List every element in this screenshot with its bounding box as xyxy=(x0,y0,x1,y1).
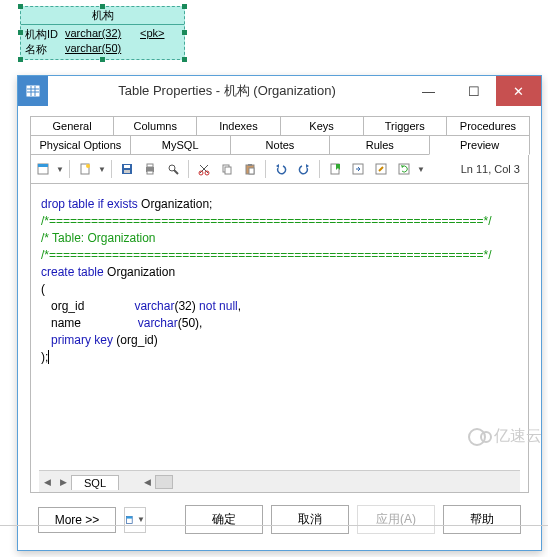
editor-tab-sql[interactable]: SQL xyxy=(71,475,119,490)
new-icon[interactable] xyxy=(75,159,95,179)
svg-rect-11 xyxy=(124,170,130,173)
svg-rect-14 xyxy=(147,171,153,174)
svg-rect-6 xyxy=(38,164,48,167)
tab-triggers[interactable]: Triggers xyxy=(363,116,447,135)
scroll-thumb[interactable] xyxy=(155,475,173,489)
undo-icon[interactable] xyxy=(271,159,291,179)
tab-notes[interactable]: Notes xyxy=(230,135,331,154)
tab-preview[interactable]: Preview xyxy=(429,135,530,155)
resize-handle[interactable] xyxy=(18,57,23,62)
tab-mysql[interactable]: MySQL xyxy=(130,135,231,154)
tab-physical-options[interactable]: Physical Options xyxy=(30,135,131,154)
tab-rules[interactable]: Rules xyxy=(329,135,430,154)
resize-handle[interactable] xyxy=(100,57,105,62)
bookmark-icon[interactable] xyxy=(325,159,345,179)
dropdown-icon[interactable]: ▼ xyxy=(417,165,425,174)
cursor-position: Ln 11, Col 3 xyxy=(461,163,526,175)
table-icon xyxy=(18,76,48,106)
refresh-icon[interactable] xyxy=(394,159,414,179)
maximize-button[interactable]: ☐ xyxy=(451,76,496,106)
tab-columns[interactable]: Columns xyxy=(113,116,197,135)
tab-keys[interactable]: Keys xyxy=(280,116,364,135)
svg-rect-13 xyxy=(147,164,153,167)
tab-scroll-right-icon[interactable]: ▶ xyxy=(55,477,71,487)
dropdown-icon[interactable]: ▼ xyxy=(56,165,64,174)
svg-rect-22 xyxy=(225,167,231,174)
edit-icon[interactable] xyxy=(371,159,391,179)
svg-rect-10 xyxy=(124,165,130,168)
erd-body: 机构ID varchar(32) <pk> 名称 varchar(50) xyxy=(21,25,184,59)
svg-rect-31 xyxy=(126,516,132,518)
copy-icon[interactable] xyxy=(217,159,237,179)
tab-indexes[interactable]: Indexes xyxy=(196,116,280,135)
scroll-left-icon[interactable]: ◀ xyxy=(139,477,155,487)
find-icon[interactable] xyxy=(163,159,183,179)
resize-handle[interactable] xyxy=(182,4,187,9)
canvas-bottom-line xyxy=(0,525,548,549)
svg-rect-0 xyxy=(27,86,39,96)
resize-handle[interactable] xyxy=(182,30,187,35)
minimize-button[interactable]: — xyxy=(406,76,451,106)
sql-editor[interactable]: drop table if exists Organization; /*===… xyxy=(39,196,520,470)
paste-icon[interactable] xyxy=(240,159,260,179)
save-icon[interactable] xyxy=(117,159,137,179)
editor-tabs: ◀ ▶ SQL ◀ xyxy=(39,470,520,492)
close-button[interactable]: ✕ xyxy=(496,76,541,106)
svg-point-8 xyxy=(86,164,90,168)
tab-general[interactable]: General xyxy=(30,116,114,135)
dropdown-icon[interactable]: ▼ xyxy=(98,165,106,174)
erd-table[interactable]: 机构 机构ID varchar(32) <pk> 名称 varchar(50) xyxy=(20,6,185,60)
tab-container: General Columns Indexes Keys Triggers Pr… xyxy=(30,116,529,155)
svg-rect-25 xyxy=(249,168,254,174)
redo-icon[interactable] xyxy=(294,159,314,179)
resize-handle[interactable] xyxy=(18,4,23,9)
toolbar: ▼ ▼ ▼ Ln 11, Col 3 xyxy=(30,155,529,184)
titlebar[interactable]: Table Properties - 机构 (Organization) — ☐… xyxy=(18,76,541,106)
tab-procedures[interactable]: Procedures xyxy=(446,116,530,135)
property-icon[interactable] xyxy=(33,159,53,179)
resize-handle[interactable] xyxy=(18,30,23,35)
editor-wrap: drop table if exists Organization; /*===… xyxy=(30,184,529,493)
horizontal-scrollbar[interactable]: ◀ xyxy=(139,475,520,489)
svg-rect-24 xyxy=(248,164,252,166)
dialog-table-properties: Table Properties - 机构 (Organization) — ☐… xyxy=(17,75,542,551)
svg-line-16 xyxy=(174,170,178,174)
erd-title: 机构 xyxy=(21,7,184,25)
window-title: Table Properties - 机构 (Organization) xyxy=(48,82,406,100)
resize-handle[interactable] xyxy=(100,4,105,9)
erd-row: 机构ID varchar(32) <pk> xyxy=(25,27,180,42)
erd-row: 名称 varchar(50) xyxy=(25,42,180,57)
print-icon[interactable] xyxy=(140,159,160,179)
tab-scroll-left-icon[interactable]: ◀ xyxy=(39,477,55,487)
goto-icon[interactable] xyxy=(348,159,368,179)
resize-handle[interactable] xyxy=(182,57,187,62)
cut-icon[interactable] xyxy=(194,159,214,179)
